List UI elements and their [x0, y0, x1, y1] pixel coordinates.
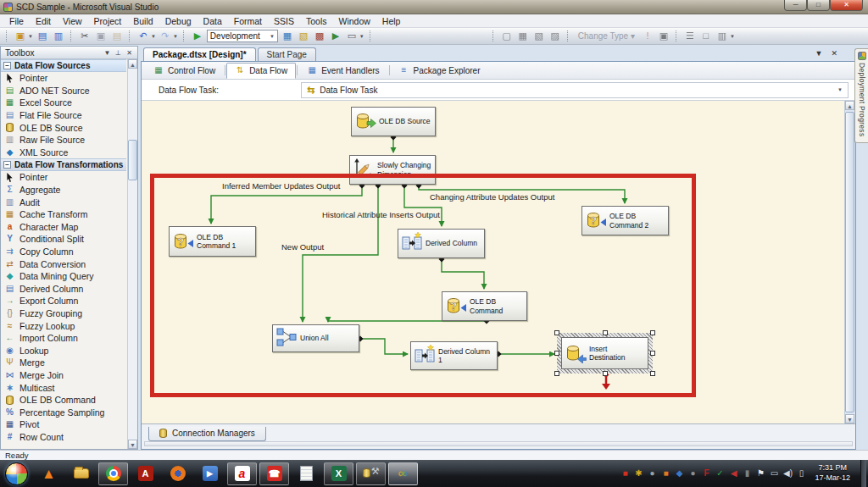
- taskbar-app-media-player[interactable]: ▶: [195, 462, 225, 485]
- cut-icon[interactable]: ✂: [78, 30, 92, 42]
- scroll-up-icon[interactable]: ▲: [128, 59, 137, 69]
- toolbox-button-icon[interactable]: ▩: [313, 30, 326, 42]
- document-tab-start-page[interactable]: Start Page: [258, 47, 316, 61]
- undo-icon[interactable]: ↶: [136, 30, 150, 42]
- toolbox-item-data-conversion[interactable]: ⇄Data Conversion: [1, 257, 126, 270]
- start-button[interactable]: [5, 462, 28, 485]
- add-table-icon[interactable]: □: [699, 30, 713, 42]
- toolbox-item-multicast[interactable]: ∗Multicast: [1, 381, 126, 394]
- toolbox-item-cache-transform[interactable]: ▦Cache Transform: [1, 208, 126, 221]
- tray-antivirus-icon[interactable]: ■: [620, 469, 630, 478]
- tab-list-dropdown-icon[interactable]: ▼: [815, 49, 823, 58]
- scroll-down-icon[interactable]: ▼: [128, 440, 137, 449]
- toolbox-item-flat-file-source[interactable]: ▤Flat File Source: [1, 109, 126, 122]
- toolbox-item-character-map[interactable]: aCharacter Map: [1, 221, 126, 234]
- toolbox-section-data-flow-sources[interactable]: −Data Flow Sources: [1, 59, 126, 72]
- collapse-icon[interactable]: −: [3, 62, 11, 69]
- connection-managers-tab[interactable]: Connection Managers: [148, 427, 266, 441]
- restore-button[interactable]: □: [807, 0, 830, 11]
- taskbar-app-visual-studio[interactable]: ∞: [388, 462, 418, 485]
- designer-vertical-scrollbar[interactable]: ▲ ▼: [844, 101, 855, 423]
- toolbox-item-data-mining-query[interactable]: ◆Data Mining Query: [1, 270, 126, 283]
- toolbox-item-merge-join[interactable]: ⋈Merge Join: [1, 369, 126, 382]
- toolbox-item-ado-net-source[interactable]: ▤ADO NET Source: [1, 85, 126, 97]
- node-ole-db-command-2[interactable]: ?OLE DB Command 2: [581, 206, 669, 235]
- selection-handle[interactable]: [603, 371, 608, 376]
- menu-item-help[interactable]: Help: [376, 15, 407, 27]
- action-center-flag-icon[interactable]: ⚑: [755, 469, 765, 478]
- tray-checkmark-icon[interactable]: ✓: [715, 469, 725, 478]
- redo-icon[interactable]: ↷: [159, 30, 172, 42]
- save-icon[interactable]: ▤: [36, 30, 49, 42]
- save-all-icon[interactable]: ▥: [52, 30, 65, 42]
- toolbox-item-xml-source[interactable]: ◆XML Source: [1, 147, 126, 159]
- menu-item-file[interactable]: File: [3, 15, 30, 27]
- show-desktop-button[interactable]: [860, 460, 866, 487]
- verify-sql-icon[interactable]: !: [641, 30, 654, 42]
- toolbox-item-excel-source[interactable]: ▦Excel Source: [1, 97, 126, 109]
- toolbox-item-audit[interactable]: ▥Audit: [1, 196, 126, 208]
- document-tab-package-dtsx-design[interactable]: Package.dtsx [Design]*: [143, 47, 256, 61]
- execute-sql-icon[interactable]: ▣: [657, 30, 670, 42]
- toolbox-item-row-count[interactable]: #Row Count: [1, 431, 126, 444]
- node-union-all[interactable]: Union All: [272, 324, 359, 352]
- node-derived-column[interactable]: Derived Column: [398, 229, 485, 258]
- menu-item-project[interactable]: Project: [88, 15, 128, 27]
- solution-configuration-combo[interactable]: Development ▼: [207, 30, 278, 42]
- taskbar-app-adobe-reader[interactable]: A: [131, 462, 160, 485]
- toolbox-item-pointer[interactable]: Pointer: [1, 171, 126, 184]
- toolbox-section-data-flow-transformations[interactable]: −Data Flow Transformations: [1, 158, 126, 171]
- tray-bluetooth-icon[interactable]: ◆: [674, 469, 684, 478]
- taskbar-app-chrome[interactable]: [98, 462, 128, 485]
- results-pane-icon[interactable]: ▨: [548, 30, 562, 42]
- toolbox-item-pivot[interactable]: ▦Pivot: [1, 418, 126, 431]
- menu-item-data[interactable]: Data: [198, 15, 228, 27]
- node-ole-db-command-1[interactable]: ?OLE DB Command 1: [169, 226, 256, 257]
- toolbox-item-derived-column[interactable]: ▤Derived Column: [1, 283, 126, 296]
- scroll-up-icon[interactable]: ▲: [845, 101, 854, 110]
- selection-handle[interactable]: [650, 330, 655, 335]
- toolbox-item-copy-column[interactable]: ⇉Copy Column: [1, 246, 126, 258]
- node-slowly-changing-dimension[interactable]: Slowly Changing Dimension: [349, 155, 436, 185]
- window-position-icon[interactable]: ▼: [102, 49, 113, 57]
- taskbar-app-windows-explorer[interactable]: [66, 462, 96, 485]
- network-icon[interactable]: ▭: [769, 469, 779, 478]
- copy-icon[interactable]: ▣: [94, 30, 108, 42]
- grid-pane-icon[interactable]: ▦: [516, 30, 530, 42]
- menu-item-format[interactable]: Format: [228, 15, 268, 27]
- start-debugging-icon[interactable]: ▶: [191, 30, 204, 42]
- toolbox-item-fuzzy-grouping[interactable]: {}Fuzzy Grouping: [1, 307, 126, 320]
- toolbox-item-merge[interactable]: ΨMerge: [1, 357, 126, 369]
- taskbar-app-sticky-notes[interactable]: [292, 462, 321, 485]
- selection-handle[interactable]: [603, 330, 608, 335]
- toolbox-item-conditional-split[interactable]: YConditional Split: [1, 233, 126, 246]
- toolbox-item-fuzzy-lookup[interactable]: ≈Fuzzy Lookup: [1, 319, 126, 332]
- node-derived-column-1[interactable]: Derived Column 1: [410, 341, 498, 370]
- minimize-button[interactable]: ─: [784, 0, 807, 11]
- toolbar-grip[interactable]: [6, 30, 8, 42]
- node-ole-db-command[interactable]: ?OLE DB Command: [442, 291, 527, 321]
- scroll-down-icon[interactable]: ▼: [845, 414, 854, 423]
- menu-item-window[interactable]: Window: [333, 15, 376, 27]
- tray-utility-icon[interactable]: ■: [660, 469, 670, 478]
- toolbox-item-import-column[interactable]: ←Import Column: [1, 332, 126, 345]
- toolbox-item-percentage-sampling[interactable]: %Percentage Sampling: [1, 406, 126, 418]
- auto-hide-pin-icon[interactable]: ⊥: [113, 49, 124, 57]
- menu-item-build[interactable]: Build: [127, 15, 159, 27]
- designer-tab-data-flow[interactable]: ⇅Data Flow: [226, 63, 296, 79]
- selection-handle[interactable]: [650, 371, 655, 376]
- tray-updater-icon[interactable]: ✱: [633, 469, 643, 478]
- close-toolbox-icon[interactable]: ✕: [124, 49, 135, 57]
- tray-device-icon[interactable]: ▮: [742, 469, 752, 478]
- data-flow-design-surface[interactable]: OLE DB SourceSlowly Changing Dimension?O…: [142, 101, 844, 423]
- taskbar-clock[interactable]: 7:31 PM 17-Mar-12: [810, 463, 857, 483]
- toolbar-grip[interactable]: [492, 30, 495, 42]
- taskbar-app-airtel[interactable]: a: [227, 462, 257, 485]
- toolbox-item-ole-db-command[interactable]: OLE DB Command: [1, 394, 126, 407]
- tray-status-icon[interactable]: ●: [687, 469, 698, 478]
- change-type-button[interactable]: Change Type ▾: [575, 31, 638, 41]
- selection-handle[interactable]: [554, 371, 559, 376]
- toolbox-item-raw-file-source[interactable]: ▥Raw File Source: [1, 134, 126, 147]
- toolbox-item-pointer[interactable]: Pointer: [1, 72, 126, 85]
- deployment-progress-tab[interactable]: Deployment Progress: [854, 48, 868, 143]
